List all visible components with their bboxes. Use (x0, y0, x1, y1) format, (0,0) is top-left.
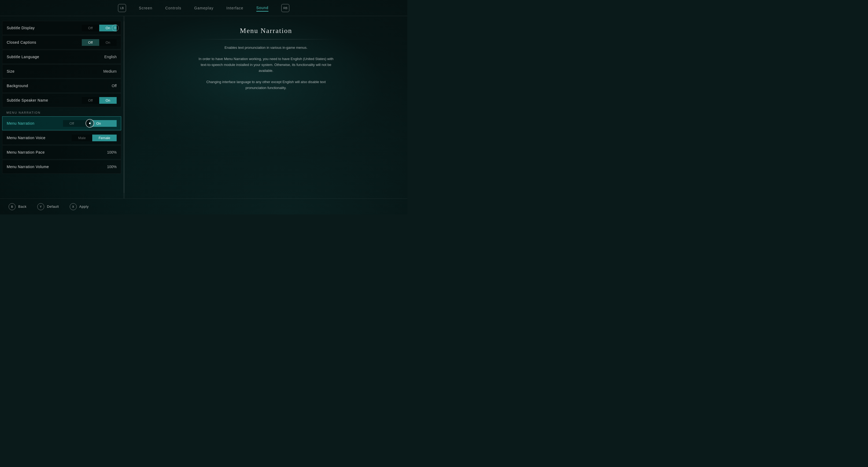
menu-narration-voice-toggle[interactable]: Male Female (71, 134, 117, 141)
subtitle-speaker-on[interactable]: On (99, 97, 117, 104)
back-label: Back (18, 205, 27, 209)
main-container: Subtitle Display Off On R Closed Caption… (0, 16, 407, 198)
tab-interface[interactable]: Interface (226, 5, 243, 11)
panel-separator (123, 16, 125, 198)
info-card: Menu Narration Enables text pronunciatio… (196, 27, 336, 96)
menu-narration-pace-row[interactable]: Menu Narration Pace 100% (2, 145, 121, 159)
back-button-circle[interactable]: B (8, 203, 16, 210)
lb-button[interactable]: LB (118, 4, 126, 12)
tab-controls[interactable]: Controls (165, 5, 181, 11)
subtitle-speaker-off[interactable]: Off (82, 97, 99, 104)
default-action[interactable]: Y Default (37, 203, 59, 210)
info-description-2: In order to have Menu Narration working,… (196, 56, 336, 74)
subtitle-language-value: English (104, 55, 117, 59)
info-title: Menu Narration (196, 27, 336, 35)
bottom-bar: B Back Y Default X Apply (0, 198, 407, 215)
background-row[interactable]: Background Off (2, 79, 121, 93)
menu-narration-voice-row[interactable]: Menu Narration Voice Male Female (2, 131, 121, 145)
section-menu-narration: MENU NARRATION (0, 108, 123, 116)
circle-dot (89, 123, 91, 124)
info-divider (196, 39, 336, 39)
default-button-circle[interactable]: Y (37, 203, 44, 210)
menu-narration-volume-value: 100% (107, 165, 117, 169)
toggle-circle-indicator (86, 119, 94, 128)
size-row[interactable]: Size Medium (2, 64, 121, 78)
menu-narration-pace-value: 100% (107, 150, 117, 154)
menu-narration-volume-row[interactable]: Menu Narration Volume 100% (2, 160, 121, 174)
subtitle-speaker-row[interactable]: Subtitle Speaker Name Off On (2, 93, 121, 107)
subtitle-speaker-label: Subtitle Speaker Name (7, 98, 82, 102)
subtitle-speaker-toggle[interactable]: Off On (82, 97, 117, 104)
closed-captions-off[interactable]: Off (82, 39, 99, 46)
menu-narration-pace-label: Menu Narration Pace (7, 150, 107, 154)
apply-button-circle[interactable]: X (70, 203, 77, 210)
menu-narration-volume-label: Menu Narration Volume (7, 165, 107, 169)
size-value: Medium (103, 69, 117, 73)
apply-action[interactable]: X Apply (70, 203, 89, 210)
background-value: Off (112, 84, 117, 88)
back-action[interactable]: B Back (8, 203, 27, 210)
info-panel: Menu Narration Enables text pronunciatio… (125, 16, 407, 198)
r-button-indicator: R (112, 24, 119, 31)
default-label: Default (47, 205, 59, 209)
background-label: Background (7, 84, 112, 88)
menu-narration-female[interactable]: Female (92, 134, 117, 141)
menu-narration-label: Menu Narration (7, 121, 63, 125)
subtitle-display-toggle[interactable]: Off On (82, 25, 117, 31)
subtitle-display-off[interactable]: Off (82, 25, 99, 31)
tab-screen[interactable]: Screen (139, 5, 152, 11)
tab-sound[interactable]: Sound (256, 5, 269, 11)
closed-captions-on[interactable]: On (99, 39, 117, 46)
size-label: Size (7, 69, 103, 73)
top-navigation: LB Screen Controls Gameplay Interface So… (0, 0, 407, 16)
menu-narration-voice-label: Menu Narration Voice (7, 136, 71, 140)
subtitle-display-label: Subtitle Display (7, 26, 82, 30)
settings-panel: Subtitle Display Off On R Closed Caption… (0, 16, 123, 198)
closed-captions-row[interactable]: Closed Captions Off On (2, 35, 121, 49)
menu-narration-row[interactable]: Menu Narration Off On (2, 116, 121, 130)
subtitle-display-row[interactable]: Subtitle Display Off On R (2, 21, 121, 35)
subtitle-language-row[interactable]: Subtitle Language English (2, 50, 121, 64)
menu-narration-toggle-container[interactable]: Off On (63, 120, 117, 127)
apply-label: Apply (80, 205, 89, 209)
closed-captions-toggle[interactable]: Off On (82, 39, 117, 46)
info-description-1: Enables text pronunciation in various in… (196, 45, 336, 51)
menu-narration-male[interactable]: Male (71, 134, 92, 141)
rb-button[interactable]: RB (281, 4, 289, 12)
closed-captions-label: Closed Captions (7, 40, 82, 44)
info-description-3: Changing interface language to any other… (196, 79, 336, 91)
tab-gameplay[interactable]: Gameplay (194, 5, 213, 11)
subtitle-language-label: Subtitle Language (7, 55, 104, 59)
